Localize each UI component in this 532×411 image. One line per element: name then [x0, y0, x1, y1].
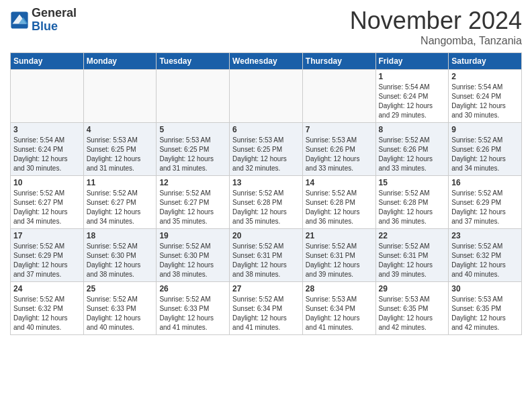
day-number: 4: [87, 125, 154, 134]
table-row: 5Sunrise: 5:53 AM Sunset: 6:25 PM Daylig…: [157, 123, 230, 176]
day-info: Sunrise: 5:53 AM Sunset: 6:25 PM Dayligh…: [159, 136, 226, 173]
day-info: Sunrise: 5:52 AM Sunset: 6:27 PM Dayligh…: [159, 189, 226, 226]
calendar-week-row: 1Sunrise: 5:54 AM Sunset: 6:24 PM Daylig…: [11, 70, 522, 123]
col-saturday: Saturday: [449, 53, 522, 70]
day-number: 27: [232, 284, 300, 293]
table-row: [157, 70, 230, 123]
day-number: 6: [232, 125, 300, 134]
day-info: Sunrise: 5:52 AM Sunset: 6:28 PM Dayligh…: [306, 189, 373, 226]
day-info: Sunrise: 5:52 AM Sunset: 6:29 PM Dayligh…: [13, 242, 81, 279]
day-info: Sunrise: 5:53 AM Sunset: 6:34 PM Dayligh…: [306, 295, 373, 332]
day-info: Sunrise: 5:52 AM Sunset: 6:27 PM Dayligh…: [13, 189, 81, 226]
day-info: Sunrise: 5:52 AM Sunset: 6:33 PM Dayligh…: [159, 295, 226, 332]
table-row: 23Sunrise: 5:52 AM Sunset: 6:32 PM Dayli…: [449, 229, 522, 282]
day-number: 12: [159, 178, 226, 187]
day-number: 28: [306, 284, 373, 293]
table-row: [83, 70, 157, 123]
day-number: 25: [87, 284, 154, 293]
day-info: Sunrise: 5:53 AM Sunset: 6:35 PM Dayligh…: [379, 295, 446, 332]
day-number: 7: [306, 125, 373, 134]
day-info: Sunrise: 5:52 AM Sunset: 6:32 PM Dayligh…: [13, 295, 81, 332]
location: Nangomba, Tanzania: [350, 35, 522, 47]
table-row: 28Sunrise: 5:53 AM Sunset: 6:34 PM Dayli…: [302, 282, 375, 335]
page-container: General Blue November 2024 Nangomba, Tan…: [0, 0, 532, 342]
col-tuesday: Tuesday: [157, 53, 230, 70]
table-row: 20Sunrise: 5:52 AM Sunset: 6:31 PM Dayli…: [230, 229, 303, 282]
col-thursday: Thursday: [302, 53, 375, 70]
table-row: 26Sunrise: 5:52 AM Sunset: 6:33 PM Dayli…: [157, 282, 230, 335]
table-row: 25Sunrise: 5:52 AM Sunset: 6:33 PM Dayli…: [83, 282, 157, 335]
calendar-week-row: 17Sunrise: 5:52 AM Sunset: 6:29 PM Dayli…: [11, 229, 522, 282]
day-info: Sunrise: 5:52 AM Sunset: 6:32 PM Dayligh…: [451, 242, 519, 279]
day-info: Sunrise: 5:52 AM Sunset: 6:33 PM Dayligh…: [87, 295, 154, 332]
day-info: Sunrise: 5:52 AM Sunset: 6:28 PM Dayligh…: [232, 189, 300, 226]
table-row: 13Sunrise: 5:52 AM Sunset: 6:28 PM Dayli…: [230, 176, 303, 229]
day-number: 2: [451, 72, 519, 81]
day-info: Sunrise: 5:53 AM Sunset: 6:25 PM Dayligh…: [232, 136, 300, 173]
table-row: 10Sunrise: 5:52 AM Sunset: 6:27 PM Dayli…: [11, 176, 84, 229]
table-row: 19Sunrise: 5:52 AM Sunset: 6:30 PM Dayli…: [157, 229, 230, 282]
day-number: 29: [379, 284, 446, 293]
table-row: 17Sunrise: 5:52 AM Sunset: 6:29 PM Dayli…: [11, 229, 84, 282]
calendar-header-row: Sunday Monday Tuesday Wednesday Thursday…: [11, 53, 522, 70]
month-title: November 2024: [350, 7, 522, 35]
day-info: Sunrise: 5:52 AM Sunset: 6:28 PM Dayligh…: [379, 189, 446, 226]
day-number: 21: [306, 231, 373, 240]
table-row: 1Sunrise: 5:54 AM Sunset: 6:24 PM Daylig…: [375, 70, 449, 123]
day-info: Sunrise: 5:54 AM Sunset: 6:24 PM Dayligh…: [379, 83, 446, 120]
logo: General Blue: [10, 7, 77, 34]
header: General Blue November 2024 Nangomba, Tan…: [10, 7, 522, 47]
day-info: Sunrise: 5:53 AM Sunset: 6:26 PM Dayligh…: [306, 136, 373, 173]
day-number: 8: [379, 125, 446, 134]
day-number: 23: [451, 231, 519, 240]
day-number: 13: [232, 178, 300, 187]
day-number: 30: [451, 284, 519, 293]
day-info: Sunrise: 5:52 AM Sunset: 6:26 PM Dayligh…: [451, 136, 519, 173]
day-number: 9: [451, 125, 519, 134]
table-row: 9Sunrise: 5:52 AM Sunset: 6:26 PM Daylig…: [449, 123, 522, 176]
day-number: 11: [87, 178, 154, 187]
calendar-week-row: 10Sunrise: 5:52 AM Sunset: 6:27 PM Dayli…: [11, 176, 522, 229]
day-number: 10: [13, 178, 81, 187]
table-row: 8Sunrise: 5:52 AM Sunset: 6:26 PM Daylig…: [375, 123, 449, 176]
col-wednesday: Wednesday: [230, 53, 303, 70]
logo-text: General Blue: [32, 7, 77, 34]
day-number: 22: [379, 231, 446, 240]
day-number: 3: [13, 125, 81, 134]
calendar-week-row: 24Sunrise: 5:52 AM Sunset: 6:32 PM Dayli…: [11, 282, 522, 335]
day-number: 18: [87, 231, 154, 240]
day-number: 24: [13, 284, 81, 293]
col-friday: Friday: [375, 53, 449, 70]
day-number: 17: [13, 231, 81, 240]
table-row: 29Sunrise: 5:53 AM Sunset: 6:35 PM Dayli…: [375, 282, 449, 335]
table-row: 24Sunrise: 5:52 AM Sunset: 6:32 PM Dayli…: [11, 282, 84, 335]
day-info: Sunrise: 5:52 AM Sunset: 6:31 PM Dayligh…: [379, 242, 446, 279]
day-number: 20: [232, 231, 300, 240]
calendar-week-row: 3Sunrise: 5:54 AM Sunset: 6:24 PM Daylig…: [11, 123, 522, 176]
table-row: 27Sunrise: 5:52 AM Sunset: 6:34 PM Dayli…: [230, 282, 303, 335]
table-row: [11, 70, 84, 123]
table-row: 15Sunrise: 5:52 AM Sunset: 6:28 PM Dayli…: [375, 176, 449, 229]
table-row: 22Sunrise: 5:52 AM Sunset: 6:31 PM Dayli…: [375, 229, 449, 282]
table-row: 11Sunrise: 5:52 AM Sunset: 6:27 PM Dayli…: [83, 176, 157, 229]
day-info: Sunrise: 5:52 AM Sunset: 6:27 PM Dayligh…: [87, 189, 154, 226]
col-monday: Monday: [83, 53, 157, 70]
day-info: Sunrise: 5:52 AM Sunset: 6:31 PM Dayligh…: [306, 242, 373, 279]
table-row: 4Sunrise: 5:53 AM Sunset: 6:25 PM Daylig…: [83, 123, 157, 176]
day-number: 19: [159, 231, 226, 240]
day-number: 1: [379, 72, 446, 81]
table-row: 21Sunrise: 5:52 AM Sunset: 6:31 PM Dayli…: [302, 229, 375, 282]
day-number: 16: [451, 178, 519, 187]
col-sunday: Sunday: [11, 53, 84, 70]
table-row: [302, 70, 375, 123]
table-row: 16Sunrise: 5:52 AM Sunset: 6:29 PM Dayli…: [449, 176, 522, 229]
day-info: Sunrise: 5:52 AM Sunset: 6:29 PM Dayligh…: [451, 189, 519, 226]
day-info: Sunrise: 5:52 AM Sunset: 6:30 PM Dayligh…: [159, 242, 226, 279]
day-info: Sunrise: 5:54 AM Sunset: 6:24 PM Dayligh…: [13, 136, 81, 173]
table-row: 3Sunrise: 5:54 AM Sunset: 6:24 PM Daylig…: [11, 123, 84, 176]
day-info: Sunrise: 5:54 AM Sunset: 6:24 PM Dayligh…: [451, 83, 519, 120]
day-info: Sunrise: 5:52 AM Sunset: 6:30 PM Dayligh…: [87, 242, 154, 279]
table-row: 7Sunrise: 5:53 AM Sunset: 6:26 PM Daylig…: [302, 123, 375, 176]
table-row: 18Sunrise: 5:52 AM Sunset: 6:30 PM Dayli…: [83, 229, 157, 282]
table-row: 12Sunrise: 5:52 AM Sunset: 6:27 PM Dayli…: [157, 176, 230, 229]
